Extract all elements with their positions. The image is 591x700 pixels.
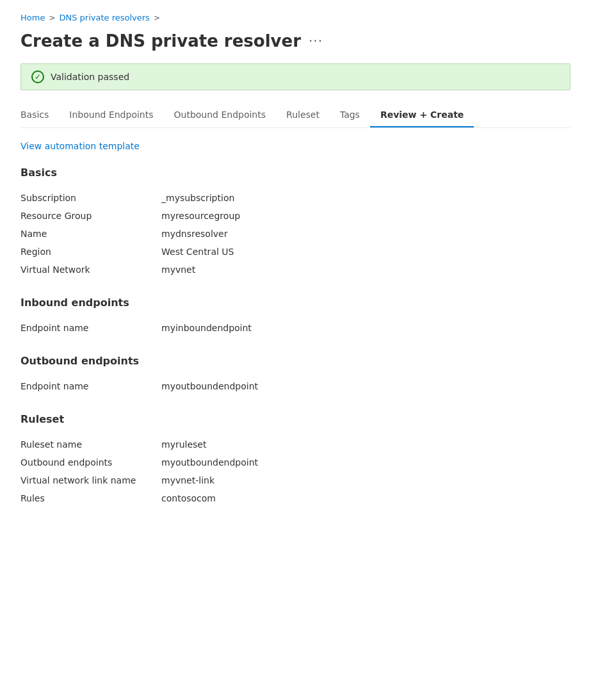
value-inbound-endpoint-name: myinboundendpoint	[161, 323, 571, 333]
detail-row-resource-group: Resource Group myresourcegroup	[20, 207, 571, 225]
value-outbound-endpoint-name: myoutboundendpoint	[161, 381, 571, 391]
detail-row-ruleset-outbound-endpoints: Outbound endpoints myoutboundendpoint	[20, 453, 571, 471]
validation-banner: ✓ Validation passed	[20, 63, 571, 90]
value-rules: contosocom	[161, 493, 571, 503]
page-title-row: Create a DNS private resolver ···	[20, 31, 571, 51]
breadcrumb-home[interactable]: Home	[20, 13, 45, 22]
detail-row-subscription: Subscription _mysubscription	[20, 189, 571, 207]
tab-basics[interactable]: Basics	[20, 103, 59, 127]
detail-row-virtual-network: Virtual Network myvnet	[20, 261, 571, 279]
page-title: Create a DNS private resolver	[20, 31, 301, 51]
tab-inbound-endpoints[interactable]: Inbound Endpoints	[59, 103, 163, 127]
value-ruleset-name: myruleset	[161, 439, 571, 450]
more-options-icon[interactable]: ···	[309, 33, 323, 49]
validation-icon: ✓	[31, 70, 44, 83]
section-outbound-endpoints: Outbound endpoints Endpoint name myoutbo…	[20, 355, 571, 395]
detail-row-ruleset-name: Ruleset name myruleset	[20, 435, 571, 453]
detail-row-rules: Rules contosocom	[20, 489, 571, 507]
label-name: Name	[20, 229, 161, 239]
breadcrumb-parent[interactable]: DNS private resolvers	[59, 13, 149, 22]
tabs-container: Basics Inbound Endpoints Outbound Endpoi…	[20, 103, 571, 128]
breadcrumb: Home > DNS private resolvers >	[20, 13, 571, 22]
tab-ruleset[interactable]: Ruleset	[276, 103, 330, 127]
label-rules: Rules	[20, 493, 161, 503]
value-subscription: _mysubscription	[161, 193, 571, 203]
breadcrumb-sep1: >	[49, 13, 55, 22]
tab-outbound-endpoints[interactable]: Outbound Endpoints	[164, 103, 277, 127]
detail-row-inbound-endpoint-name: Endpoint name myinboundendpoint	[20, 319, 571, 337]
detail-row-region: Region West Central US	[20, 243, 571, 261]
section-title-basics: Basics	[20, 167, 571, 179]
section-inbound-endpoints: Inbound endpoints Endpoint name myinboun…	[20, 297, 571, 337]
label-region: Region	[20, 247, 161, 257]
breadcrumb-sep2: >	[154, 13, 160, 22]
section-title-inbound: Inbound endpoints	[20, 297, 571, 309]
value-resource-group: myresourcegroup	[161, 211, 571, 221]
label-outbound-endpoint-name: Endpoint name	[20, 381, 161, 391]
section-title-outbound: Outbound endpoints	[20, 355, 571, 367]
section-basics: Basics Subscription _mysubscription Reso…	[20, 167, 571, 279]
detail-row-vnet-link-name: Virtual network link name myvnet-link	[20, 471, 571, 489]
value-vnet-link-name: myvnet-link	[161, 475, 571, 485]
label-inbound-endpoint-name: Endpoint name	[20, 323, 161, 333]
section-title-ruleset: Ruleset	[20, 413, 571, 425]
detail-row-name: Name mydnsresolver	[20, 225, 571, 243]
validation-text: Validation passed	[51, 72, 129, 82]
tab-tags[interactable]: Tags	[330, 103, 370, 127]
section-ruleset: Ruleset Ruleset name myruleset Outbound …	[20, 413, 571, 507]
label-virtual-network: Virtual Network	[20, 265, 161, 275]
view-automation-link[interactable]: View automation template	[20, 141, 140, 151]
label-subscription: Subscription	[20, 193, 161, 203]
detail-row-outbound-endpoint-name: Endpoint name myoutboundendpoint	[20, 377, 571, 395]
value-region: West Central US	[161, 247, 571, 257]
label-ruleset-name: Ruleset name	[20, 439, 161, 450]
value-name: mydnsresolver	[161, 229, 571, 239]
label-vnet-link-name: Virtual network link name	[20, 475, 161, 485]
value-virtual-network: myvnet	[161, 265, 571, 275]
label-resource-group: Resource Group	[20, 211, 161, 221]
label-ruleset-outbound-endpoints: Outbound endpoints	[20, 457, 161, 468]
value-ruleset-outbound-endpoints: myoutboundendpoint	[161, 457, 571, 468]
tab-review-create[interactable]: Review + Create	[370, 103, 474, 127]
